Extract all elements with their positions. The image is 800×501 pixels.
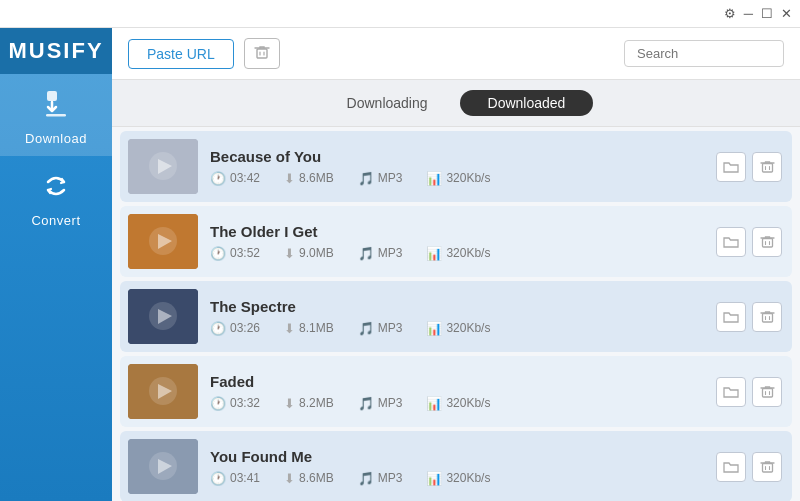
toolbar: Paste URL	[112, 28, 800, 80]
song-format: 🎵 MP3	[358, 321, 403, 336]
download-size-icon: ⬇	[284, 396, 295, 411]
song-thumbnail	[128, 439, 198, 494]
song-size: ⬇ 8.6MB	[284, 171, 334, 186]
bitrate-icon: 📊	[426, 396, 442, 411]
sidebar-convert-label: Convert	[31, 213, 80, 228]
delete-song-button[interactable]	[752, 227, 782, 257]
close-icon[interactable]: ✕	[781, 6, 792, 21]
folder-icon	[723, 309, 739, 325]
song-bitrate: 📊 320Kb/s	[426, 471, 490, 486]
delete-song-button[interactable]	[752, 302, 782, 332]
minimize-icon[interactable]: ─	[744, 6, 753, 21]
trash-song-icon	[760, 159, 775, 174]
song-thumbnail	[128, 139, 198, 194]
song-duration: 🕐 03:32	[210, 396, 260, 411]
delete-song-button[interactable]	[752, 377, 782, 407]
open-folder-button[interactable]	[716, 152, 746, 182]
song-size: ⬇ 9.0MB	[284, 246, 334, 261]
song-info: The Older I Get 🕐 03:52 ⬇ 9.0MB 🎵 MP3	[210, 223, 704, 261]
song-thumbnail	[128, 214, 198, 269]
song-duration: 🕐 03:26	[210, 321, 260, 336]
file-icon: 🎵	[358, 471, 374, 486]
song-title: The Spectre	[210, 298, 704, 315]
song-size: ⬇ 8.6MB	[284, 471, 334, 486]
song-info: You Found Me 🕐 03:41 ⬇ 8.6MB 🎵 MP3	[210, 448, 704, 486]
song-actions	[716, 302, 782, 332]
song-row: Because of You 🕐 03:42 ⬇ 8.6MB 🎵 MP3	[120, 131, 792, 202]
song-format: 🎵 MP3	[358, 471, 403, 486]
sidebar-download-label: Download	[25, 131, 87, 146]
trash-song-icon	[760, 309, 775, 324]
sidebar-item-download[interactable]: Download	[0, 74, 112, 156]
file-icon: 🎵	[358, 321, 374, 336]
song-format: 🎵 MP3	[358, 171, 403, 186]
svg-rect-2	[257, 49, 267, 58]
song-title: Faded	[210, 373, 704, 390]
song-duration: 🕐 03:42	[210, 171, 260, 186]
file-icon: 🎵	[358, 246, 374, 261]
svg-rect-22	[762, 464, 772, 473]
bitrate-icon: 📊	[426, 321, 442, 336]
song-thumbnail	[128, 364, 198, 419]
song-bitrate: 📊 320Kb/s	[426, 321, 490, 336]
song-title: The Older I Get	[210, 223, 704, 240]
song-size: ⬇ 8.1MB	[284, 321, 334, 336]
paste-url-button[interactable]: Paste URL	[128, 39, 234, 69]
search-input[interactable]	[624, 40, 784, 67]
open-folder-button[interactable]	[716, 227, 746, 257]
download-size-icon: ⬇	[284, 471, 295, 486]
song-title: You Found Me	[210, 448, 704, 465]
song-actions	[716, 452, 782, 482]
open-folder-button[interactable]	[716, 452, 746, 482]
maximize-icon[interactable]: ☐	[761, 6, 773, 21]
svg-rect-14	[762, 314, 772, 323]
convert-icon	[40, 170, 72, 207]
download-icon	[40, 88, 72, 125]
bitrate-icon: 📊	[426, 246, 442, 261]
folder-icon	[723, 384, 739, 400]
song-actions	[716, 377, 782, 407]
download-size-icon: ⬇	[284, 246, 295, 261]
bitrate-icon: 📊	[426, 471, 442, 486]
song-title: Because of You	[210, 148, 704, 165]
download-size-icon: ⬇	[284, 171, 295, 186]
clock-icon: 🕐	[210, 171, 226, 186]
gear-icon[interactable]: ⚙	[724, 6, 736, 21]
song-duration: 🕐 03:52	[210, 246, 260, 261]
song-meta: 🕐 03:26 ⬇ 8.1MB 🎵 MP3 📊 320Kb/s	[210, 321, 704, 336]
folder-icon	[723, 159, 739, 175]
clock-icon: 🕐	[210, 471, 226, 486]
delete-button[interactable]	[244, 38, 280, 69]
svg-rect-18	[762, 389, 772, 398]
trash-icon	[254, 44, 270, 60]
svg-rect-10	[762, 239, 772, 248]
folder-icon	[723, 459, 739, 475]
song-list: Because of You 🕐 03:42 ⬇ 8.6MB 🎵 MP3	[112, 127, 800, 501]
song-meta: 🕐 03:52 ⬇ 9.0MB 🎵 MP3 📊 320Kb/s	[210, 246, 704, 261]
song-bitrate: 📊 320Kb/s	[426, 396, 490, 411]
tab-downloaded[interactable]: Downloaded	[460, 90, 594, 116]
song-meta: 🕐 03:42 ⬇ 8.6MB 🎵 MP3 📊 320Kb/s	[210, 171, 704, 186]
open-folder-button[interactable]	[716, 302, 746, 332]
song-row: The Spectre 🕐 03:26 ⬇ 8.1MB 🎵 MP3	[120, 281, 792, 352]
clock-icon: 🕐	[210, 396, 226, 411]
app-body: MUSIFY Download Conve	[0, 28, 800, 501]
sidebar-item-convert[interactable]: Convert	[0, 156, 112, 238]
delete-song-button[interactable]	[752, 152, 782, 182]
trash-song-icon	[760, 384, 775, 399]
song-bitrate: 📊 320Kb/s	[426, 246, 490, 261]
clock-icon: 🕐	[210, 321, 226, 336]
tabs-bar: Downloading Downloaded	[112, 80, 800, 127]
song-info: The Spectre 🕐 03:26 ⬇ 8.1MB 🎵 MP3	[210, 298, 704, 336]
file-icon: 🎵	[358, 396, 374, 411]
delete-song-button[interactable]	[752, 452, 782, 482]
trash-song-icon	[760, 459, 775, 474]
svg-rect-1	[46, 114, 66, 117]
download-size-icon: ⬇	[284, 321, 295, 336]
svg-rect-0	[47, 91, 57, 101]
main-content: Paste URL Downloading Downloaded	[112, 28, 800, 501]
song-thumbnail	[128, 289, 198, 344]
tab-downloading[interactable]: Downloading	[319, 90, 456, 116]
song-row: Faded 🕐 03:32 ⬇ 8.2MB 🎵 MP3	[120, 356, 792, 427]
open-folder-button[interactable]	[716, 377, 746, 407]
